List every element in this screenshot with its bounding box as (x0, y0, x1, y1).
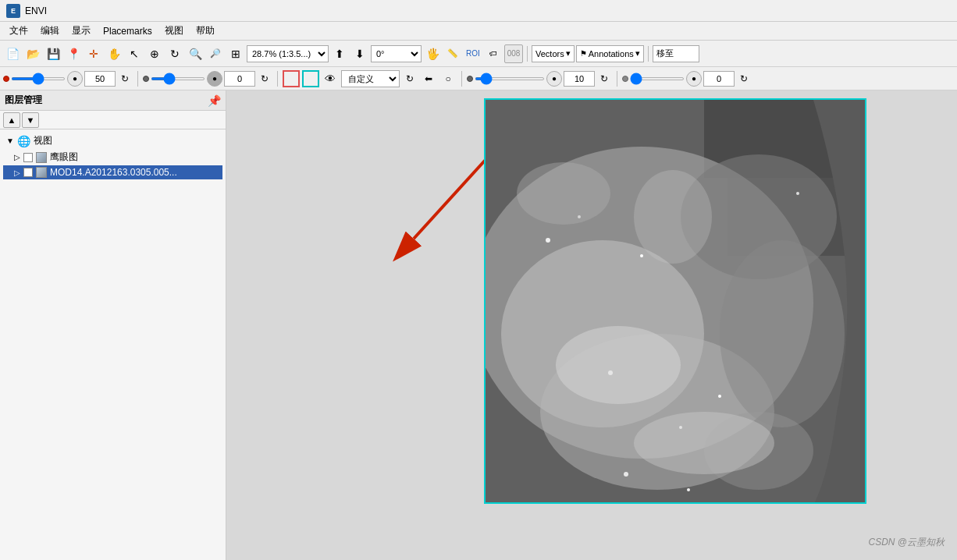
annotations-button[interactable]: ⚑ Annotations ▾ (576, 45, 644, 62)
contrast-max-btn[interactable]: ● (207, 71, 222, 87)
titlebar: E ENVI (0, 0, 957, 22)
mod14-expand[interactable]: ▷ (14, 168, 20, 177)
contrast-value[interactable] (224, 71, 255, 87)
pin-icon[interactable]: 📌 (208, 94, 221, 107)
eagle-checkbox[interactable] (23, 153, 33, 162)
brightness-max-btn[interactable]: ● (67, 71, 83, 87)
opacity-group: ● ↻ (467, 71, 612, 87)
tree-item-mod14[interactable]: ▷ MOD14.A2012163.0305.005... (3, 165, 222, 179)
menu-help[interactable]: 帮助 (190, 23, 221, 39)
contrast-group: ● ↻ (143, 71, 272, 87)
tool-arrow[interactable]: ⬅ (420, 70, 437, 87)
opacity-refresh[interactable]: ↻ (596, 71, 612, 87)
cross-button[interactable]: ✛ (84, 44, 103, 63)
annotations-dropdown-icon: ▾ (635, 48, 640, 58)
placemark-button[interactable]: 📍 (64, 44, 83, 63)
layer-down-btn[interactable]: ▼ (22, 112, 39, 128)
opacity-value[interactable] (564, 71, 595, 87)
menubar: 文件 编辑 显示 Placemarks 视图 帮助 (0, 22, 957, 41)
eagle-layer-icon (36, 152, 47, 163)
angle-select[interactable]: 0° (371, 45, 422, 62)
extra-value[interactable] (703, 71, 735, 87)
pan-button[interactable]: ✋ (105, 44, 123, 63)
opacity-min-icon (467, 76, 473, 82)
vectors-label: Vectors (535, 49, 564, 58)
rect-tool-red[interactable] (283, 70, 300, 87)
svg-point-15 (718, 395, 721, 398)
custom-select[interactable]: 自定义 (341, 70, 400, 87)
layer-up-btn[interactable]: ▲ (3, 112, 20, 128)
satellite-image-container[interactable] (484, 98, 866, 504)
toolbar1: 📄 📂 💾 📍 ✛ ✋ ↖ ⊕ ↻ 🔍 🔎 ⊞ 28.7% (1:3.5...)… (0, 41, 957, 67)
roi-tool[interactable]: ROI (464, 44, 482, 63)
vectors-button[interactable]: Vectors ▾ (532, 45, 575, 62)
svg-point-9 (720, 240, 845, 427)
separator4 (277, 71, 278, 87)
tag-button[interactable]: 🏷 (484, 44, 503, 63)
mod14-label: MOD14.A2012163.0305.005... (50, 167, 177, 178)
eye-tool[interactable]: 👁 (322, 70, 339, 87)
brightness-value[interactable] (84, 71, 116, 87)
hand-tool[interactable]: 🖐 (423, 44, 442, 63)
app-icon: E (6, 4, 20, 18)
content-area[interactable]: CSDN @云墨知秋 (226, 90, 957, 560)
globe-icon: 🌐 (17, 135, 30, 147)
watermark: CSDN @云墨知秋 (868, 536, 945, 549)
toolbar2: ● ↻ ● ↻ 👁 自定义 ↻ ⬅ ○ ● ↻ ● ↻ (0, 67, 957, 90)
rect-tool-cyan[interactable] (302, 70, 319, 87)
menu-file[interactable]: 文件 (3, 23, 34, 39)
menu-edit[interactable]: 编辑 (34, 23, 66, 39)
brightness-group: ● ↻ (3, 71, 133, 87)
menu-display[interactable]: 显示 (66, 23, 97, 39)
select-button[interactable]: ↖ (125, 44, 144, 63)
brightness-slider[interactable] (11, 77, 66, 80)
menu-view[interactable]: 视图 (158, 23, 190, 39)
save-button[interactable]: 💾 (44, 44, 62, 63)
zoom-out-button[interactable]: 🔎 (206, 44, 225, 63)
prev-button[interactable]: ⬆ (330, 44, 349, 63)
sidebar-header: 图层管理 📌 (0, 90, 226, 111)
open-button[interactable]: 📂 (23, 44, 42, 63)
expand-icon[interactable]: ▼ (6, 136, 14, 145)
brightness-min-icon (3, 76, 9, 82)
brightness-refresh[interactable]: ↻ (117, 71, 133, 87)
separator1 (527, 46, 528, 62)
opacity-max-btn[interactable]: ● (546, 71, 562, 87)
extra-refresh[interactable]: ↻ (736, 71, 752, 87)
tree-item-view[interactable]: ▼ 🌐 视图 (3, 133, 222, 149)
measure-tool[interactable]: 📏 (443, 44, 462, 63)
svg-point-18 (796, 192, 799, 195)
zoom-fit-button[interactable]: ⊞ (226, 44, 245, 63)
rotate-button[interactable]: ↻ (165, 44, 184, 63)
menu-placemarks[interactable]: Placemarks (97, 24, 158, 38)
custom-refresh[interactable]: ↻ (402, 71, 418, 87)
svg-point-22 (634, 170, 712, 264)
opacity-slider[interactable] (475, 77, 545, 80)
mod14-layer-icon (36, 167, 47, 178)
separator5 (461, 71, 462, 87)
tool-circle[interactable]: ○ (439, 70, 457, 87)
contrast-min-icon (143, 76, 149, 82)
contrast-slider[interactable] (151, 77, 205, 80)
vectors-dropdown-icon: ▾ (566, 48, 571, 58)
next-button[interactable]: ⬇ (350, 44, 369, 63)
svg-point-12 (640, 254, 643, 257)
svg-line-1 (414, 153, 492, 239)
mod14-checkbox[interactable] (23, 168, 33, 177)
svg-point-10 (546, 238, 550, 243)
svg-point-17 (687, 488, 690, 491)
move-button[interactable]: ⊕ (145, 44, 164, 63)
zoom-select[interactable]: 28.7% (1:3.5...) (247, 45, 329, 62)
zoom-in-button[interactable]: 🔍 (186, 44, 205, 63)
contrast-refresh[interactable]: ↻ (257, 71, 272, 87)
extra-max-btn[interactable]: ● (686, 71, 702, 87)
extra-group: ● ↻ (622, 71, 752, 87)
separator6 (617, 71, 617, 87)
new-button[interactable]: 📄 (3, 44, 22, 63)
tree-item-eagle[interactable]: ▷ 鹰眼图 (3, 149, 222, 165)
extra-slider[interactable] (630, 77, 685, 80)
goto-input[interactable] (653, 45, 699, 62)
band-button[interactable]: 008 (504, 44, 523, 63)
sidebar: 图层管理 📌 ▲ ▼ ▼ 🌐 视图 ▷ 鹰眼图 ▷ (0, 90, 226, 560)
eagle-expand[interactable]: ▷ (14, 153, 20, 161)
